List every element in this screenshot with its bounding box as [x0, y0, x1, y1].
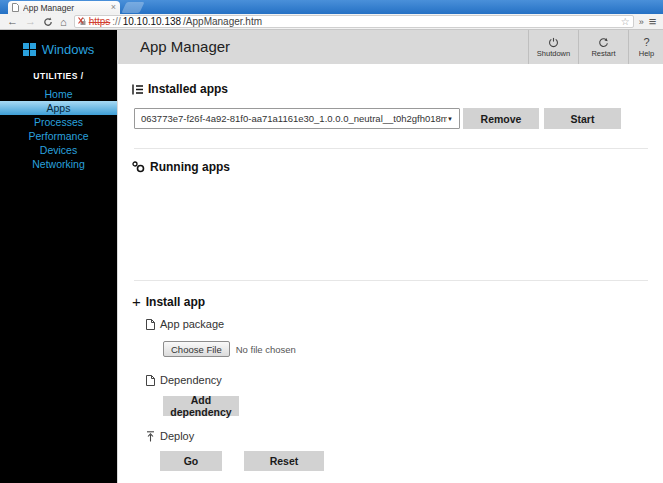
utilities-section-label: UTILITIES /	[0, 71, 117, 81]
section-divider	[134, 148, 648, 149]
sidebar-item-performance[interactable]: Performance	[0, 129, 117, 143]
url-separator: ://	[112, 16, 120, 27]
upload-icon	[146, 431, 155, 442]
selected-app-name: 063773e7-f26f-4a92-81f0-aa71a1161e30_1.0…	[141, 113, 447, 124]
brand-label: Windows	[42, 42, 95, 57]
help-label: Help	[639, 49, 654, 58]
header-actions: Shutdown Restart ? Help	[528, 30, 663, 64]
sidebar-nav: Home Apps Processes Performance Devices …	[0, 87, 117, 171]
page-title: App Manager	[140, 38, 230, 55]
url-path: /AppManager.htm	[183, 16, 262, 27]
main-content: App Manager Shutdown Restart ? Help	[117, 30, 663, 483]
help-icon: ?	[643, 36, 649, 48]
url-host: 10.10.10.138	[123, 16, 181, 27]
dependency-row: Dependency	[146, 374, 222, 386]
deploy-label: Deploy	[160, 430, 194, 442]
start-button[interactable]: Start	[544, 108, 621, 129]
choose-file-button[interactable]: Choose File	[163, 341, 230, 357]
page-header: App Manager Shutdown Restart ? Help	[118, 30, 663, 64]
remove-button[interactable]: Remove	[463, 108, 539, 129]
add-dependency-button[interactable]: Add dependency	[163, 396, 239, 416]
reload-icon[interactable]	[36, 17, 53, 27]
windows-brand: Windows	[0, 42, 117, 57]
installed-apps-heading: Installed apps	[132, 82, 228, 96]
windows-logo-icon	[23, 43, 36, 56]
running-apps-gears-icon	[132, 161, 145, 173]
app-package-label: App package	[160, 318, 224, 330]
section-divider	[134, 280, 648, 281]
sidebar-item-networking[interactable]: Networking	[0, 157, 117, 171]
plus-icon: +	[132, 293, 141, 310]
home-icon[interactable]: ⌂	[60, 16, 67, 28]
new-tab-button[interactable]	[121, 2, 144, 13]
forward-icon: →	[25, 16, 36, 27]
deploy-row: Deploy	[146, 430, 194, 442]
file-picker-row: Choose File No file chosen	[163, 341, 296, 357]
menu-hamburger-icon[interactable]: ≡	[649, 15, 657, 28]
tab-close-icon[interactable]: ×	[111, 3, 116, 12]
power-icon	[548, 36, 559, 48]
sidebar-item-processes[interactable]: Processes	[0, 115, 117, 129]
insecure-lock-icon[interactable]	[78, 17, 87, 26]
shutdown-label: Shutdown	[537, 49, 570, 58]
document-icon	[146, 375, 155, 386]
browser-toolbar: ← → ⌂ https :// 10.10.10.138 /AppManager…	[0, 14, 663, 30]
sidebar: Windows UTILITIES / Home Apps Processes …	[0, 30, 117, 483]
dependency-label: Dependency	[160, 374, 222, 386]
install-app-heading: + Install app	[132, 293, 205, 310]
bookmark-star-icon[interactable]: ☆	[621, 16, 630, 27]
reset-button[interactable]: Reset	[244, 451, 324, 471]
address-bar[interactable]: https :// 10.10.10.138 /AppManager.htm ☆	[74, 15, 634, 28]
installed-apps-list-icon	[132, 84, 143, 95]
help-button[interactable]: ? Help	[628, 30, 663, 64]
overflow-chevron-icon[interactable]: »	[639, 17, 644, 27]
browser-tab[interactable]: App Manager ×	[8, 1, 120, 14]
go-button[interactable]: Go	[160, 451, 222, 471]
url-scheme: https	[89, 16, 111, 27]
sidebar-item-home[interactable]: Home	[0, 87, 117, 101]
sidebar-item-apps[interactable]: Apps	[0, 101, 117, 115]
shutdown-button[interactable]: Shutdown	[528, 30, 578, 64]
running-apps-heading: Running apps	[132, 160, 230, 174]
chevron-down-icon: ▼	[447, 116, 453, 122]
installed-apps-title: Installed apps	[148, 82, 228, 96]
restart-button[interactable]: Restart	[578, 30, 628, 64]
browser-window: App Manager × ← → ⌂ https :// 10.10.10.1…	[0, 0, 663, 483]
tab-strip: App Manager ×	[0, 0, 663, 14]
app-package-row: App package	[146, 318, 224, 330]
file-status-text: No file chosen	[236, 344, 296, 355]
install-app-title: Install app	[146, 295, 205, 309]
tab-title: App Manager	[23, 3, 107, 13]
sidebar-item-devices[interactable]: Devices	[0, 143, 117, 157]
restart-icon	[598, 36, 609, 48]
back-icon[interactable]: ←	[7, 16, 18, 27]
restart-label: Restart	[591, 49, 615, 58]
running-apps-title: Running apps	[150, 160, 230, 174]
page-favicon-icon	[12, 3, 19, 12]
installed-app-select[interactable]: 063773e7-f26f-4a92-81f0-aa71a1161e30_1.0…	[134, 108, 460, 129]
document-icon	[146, 319, 155, 330]
